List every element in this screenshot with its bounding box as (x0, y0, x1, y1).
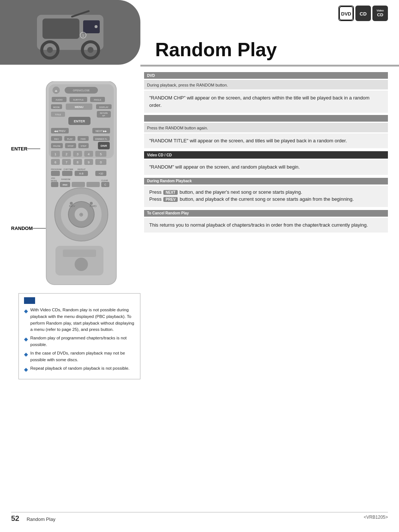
right-column: DVD During playback, press the RANDOM bu… (137, 70, 399, 289)
svg-rect-96 (51, 182, 58, 187)
footer-page-title: Random Play (27, 516, 55, 522)
svg-text:0: 0 (100, 160, 102, 164)
note-text-2: Random play of programmed chapters/track… (30, 335, 135, 348)
during-random-header: During Random Playback (144, 178, 388, 184)
svg-text:MODE: MODE (51, 180, 57, 182)
press-prev-line: Press PREV button, and playback of the c… (149, 196, 383, 202)
svg-text:REPEAT: REPEAT (78, 168, 86, 170)
svg-text:ENTER: ENTER (74, 119, 85, 123)
svg-point-4 (47, 47, 53, 53)
footer-left: 52 Random Play (11, 514, 55, 523)
svg-text:AUDIO: AUDIO (55, 99, 62, 101)
svg-text:8: 8 (76, 160, 78, 164)
footer-line (11, 512, 388, 512)
svg-text:PLAY: PLAY (67, 138, 73, 140)
left-column: ENTER RANDOM OPEN/CLOSE ⏏ (11, 70, 137, 289)
note-bullet-1: ◆ (24, 307, 28, 333)
dvd-step2-text: Press the RANDOM button again. (147, 126, 208, 130)
svg-text:STOP: STOP (68, 145, 74, 147)
svg-point-116 (75, 258, 88, 271)
svg-rect-2 (42, 18, 79, 39)
svg-text:4: 4 (88, 152, 89, 156)
svg-text:OPEN/CLOSE: OPEN/CLOSE (73, 89, 90, 92)
random-annotation: RANDOM (11, 226, 46, 231)
svg-point-112 (90, 202, 93, 205)
press-prev-text: button, and playback of the current song… (180, 196, 354, 202)
note-bullet-4: ◆ (24, 366, 28, 374)
svg-text:TITLE: TITLE (55, 113, 61, 116)
svg-point-6 (88, 47, 93, 53)
note-text-3: In the case of DVDs, random playback may… (30, 350, 135, 363)
svg-text:CD: CD (360, 11, 367, 17)
dvd-chapter-bullet: "RANDOM CHP" will appear on the screen, … (149, 94, 383, 109)
svg-rect-100 (86, 182, 100, 187)
vcd-text: "RANDOM" will appear on the screen, and … (149, 163, 383, 171)
svg-text:9: 9 (88, 160, 89, 164)
cancel-text: This returns you to normal playback of c… (149, 221, 383, 229)
svg-text:C: C (104, 183, 106, 186)
notes-box: ◆ With Video CDs, Random play is not pos… (18, 293, 140, 379)
press-next-line: Press NEXT button, and the player's next… (149, 189, 383, 195)
svg-point-111 (70, 202, 73, 205)
vcd-header-text: Video CD / CD (147, 153, 172, 157)
note-item-3: ◆ In the case of DVDs, random playback m… (24, 350, 135, 363)
header-title-area: DVD CD Video CD Random Play (140, 0, 399, 65)
svg-text:FWD: FWD (81, 138, 86, 140)
cancel-body: This returns you to normal playback of c… (144, 218, 388, 233)
svg-text:MENU: MENU (75, 105, 83, 109)
random-label: RANDOM (11, 226, 33, 231)
svg-text:STEP: STEP (81, 145, 86, 147)
cd-format-icon: CD (355, 6, 371, 21)
svg-text:+10: +10 (99, 172, 103, 175)
svg-text:RANDOM: RANDOM (61, 178, 71, 180)
note-text-1: With Video CDs, Random play is not possi… (30, 307, 135, 333)
dvd-step1-bar: During playback, press the RANDOM button… (144, 80, 388, 89)
note-text-4: Repeat playback of random playback is no… (30, 365, 130, 374)
cancel-header-text: To Cancel Random Play (147, 211, 189, 215)
svg-text:JOG: JOG (51, 177, 55, 179)
svg-text:MODE: MODE (53, 106, 60, 108)
svg-text:REV: REV (69, 204, 75, 208)
dvd-step2-bar: Press the RANDOM button again. (144, 123, 388, 132)
svg-text:SUBTITLE: SUBTITLE (73, 99, 84, 101)
svg-text:6: 6 (54, 160, 56, 164)
svg-rect-88 (62, 171, 72, 176)
random-line (33, 228, 46, 228)
svg-point-9 (95, 25, 98, 28)
svg-text:DIMMER FL: DIMMER FL (95, 138, 108, 140)
enter-annotation: ENTER (11, 146, 40, 152)
header-image-area: 1 (0, 0, 140, 65)
svg-text:RND: RND (63, 184, 68, 186)
svg-text:Video: Video (376, 9, 384, 12)
footer-right: <VRB1205> (364, 514, 388, 523)
main-content: ENTER RANDOM OPEN/CLOSE ⏏ (0, 70, 399, 289)
svg-text:PROGRAM: PROGRAM (51, 168, 62, 170)
vcd-body: "RANDOM" will appear on the screen, and … (144, 160, 388, 174)
press-next-text: button, and the player's next song or sc… (180, 189, 302, 195)
note-bullet-2: ◆ (24, 335, 28, 348)
svg-text:FWD: FWD (90, 204, 96, 208)
format-icons-group: DVD CD Video CD (338, 6, 388, 21)
during-random-header-text: During Random Playback (147, 179, 192, 183)
page-footer: 52 Random Play <VRB1205> (11, 512, 388, 523)
accent-line (140, 65, 399, 67)
model-number: <VRB1205> (364, 515, 388, 520)
dvd-title-header (144, 115, 388, 122)
dvd-format-icon: DVD (338, 6, 354, 21)
svg-text:↩: ↩ (102, 114, 105, 118)
svg-text:CLEAR: CLEAR (101, 179, 108, 182)
footer-content: 52 Random Play <VRB1205> (11, 514, 388, 523)
page-number: 52 (11, 514, 19, 522)
svg-text:CD: CD (377, 12, 383, 17)
enter-label: ENTER (11, 146, 27, 152)
page-title: Random Play (155, 40, 388, 59)
dvd-chapter-section: DVD During playback, press the RANDOM bu… (144, 72, 388, 233)
dvd-step1-text: During playback, press the RANDOM button… (147, 83, 228, 87)
svg-text:1: 1 (82, 34, 84, 37)
svg-text:3: 3 (76, 152, 78, 156)
svg-text:2: 2 (65, 152, 67, 156)
svg-text:DNR: DNR (100, 144, 107, 148)
svg-text:ANGLE: ANGLE (94, 99, 101, 101)
svg-rect-99 (72, 182, 85, 187)
svg-text:7: 7 (65, 160, 67, 164)
